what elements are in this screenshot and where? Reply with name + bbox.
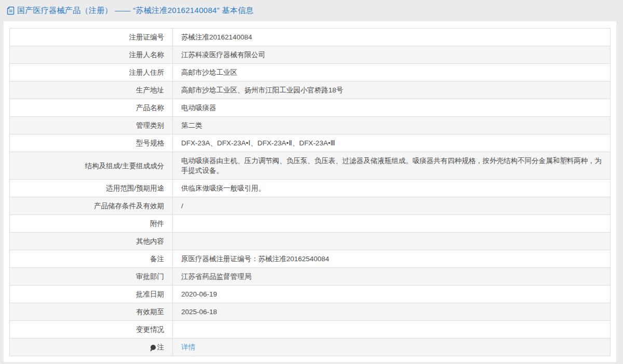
field-value xyxy=(173,215,611,233)
table-row: 其他内容 xyxy=(10,233,611,250)
field-label: 备注 xyxy=(10,250,173,268)
table-row: 备注 原医疗器械注册证编号：苏械注准20162540084 xyxy=(10,250,611,268)
field-label: 产品储存条件及有效期 xyxy=(10,197,173,215)
field-value: DFX-23A、DFX-23A•Ⅰ、DFX-23A•Ⅱ、DFX-23A•Ⅲ xyxy=(173,134,611,152)
field-value xyxy=(173,233,611,250)
table-row: 管理类别 第二类 xyxy=(10,117,611,134)
field-label: 管理类别 xyxy=(10,117,173,134)
field-label: 注册证编号 xyxy=(10,29,173,46)
table-row: 有效期至 2025-06-18 xyxy=(10,303,611,321)
field-value: 2020-06-19 xyxy=(173,286,611,303)
field-label: 审批部门 xyxy=(10,268,173,286)
table-row: 批准日期 2020-06-19 xyxy=(10,286,611,303)
table-row: 注 详情 xyxy=(10,339,611,356)
field-value xyxy=(173,321,611,339)
field-value: 2025-06-18 xyxy=(173,303,611,321)
field-label: 变更情况 xyxy=(10,321,173,339)
field-value: / xyxy=(173,197,611,215)
field-value: 详情 xyxy=(173,339,611,356)
content-panel: 注册证编号 苏械注准20162140084 注册人名称 江苏科凌医疗器械有限公司… xyxy=(4,21,616,362)
field-label: 适用范围/预期用途 xyxy=(10,180,173,197)
table-row: 注册人住所 高邮市沙埝工业区 xyxy=(10,64,611,82)
table-row: 生产地址 高邮市沙埝工业区、扬州市江阳工业园小官桥路18号 xyxy=(10,82,611,99)
table-row: 产品名称 电动吸痰器 xyxy=(10,99,611,117)
field-value: 电动吸痰器由主机、压力调节阀、负压泵、负压表、过滤器及储液瓶组成。吸痰器共有四种… xyxy=(173,152,611,180)
field-label: 注册人名称 xyxy=(10,46,173,64)
document-icon xyxy=(7,6,15,15)
field-label: 有效期至 xyxy=(10,303,173,321)
field-label: 型号规格 xyxy=(10,134,173,152)
field-label: 附件 xyxy=(10,215,173,233)
field-value: 江苏科凌医疗器械有限公司 xyxy=(173,46,611,64)
field-label: 注册人住所 xyxy=(10,64,173,82)
field-value: 第二类 xyxy=(173,117,611,134)
registration-info-table: 注册证编号 苏械注准20162140084 注册人名称 江苏科凌医疗器械有限公司… xyxy=(9,28,611,356)
field-label: 注 xyxy=(10,339,173,356)
table-row: 适用范围/预期用途 供临床做吸痰一般吸引用。 xyxy=(10,180,611,197)
field-label: 生产地址 xyxy=(10,82,173,99)
table-row: 结构及组成/主要组成成分 电动吸痰器由主机、压力调节阀、负压泵、负压表、过滤器及… xyxy=(10,152,611,180)
field-label: 结构及组成/主要组成成分 xyxy=(10,152,173,180)
table-row: 审批部门 江苏省药品监督管理局 xyxy=(10,268,611,286)
page-header: 国产医疗器械产品（注册） —— “苏械注准20162140084” 基本信息 xyxy=(0,0,623,21)
field-value: 电动吸痰器 xyxy=(173,99,611,117)
table-row: 注册人名称 江苏科凌医疗器械有限公司 xyxy=(10,46,611,64)
field-value: 高邮市沙埝工业区、扬州市江阳工业园小官桥路18号 xyxy=(173,82,611,99)
note-icon xyxy=(151,345,156,350)
table-row: 注册证编号 苏械注准20162140084 xyxy=(10,29,611,46)
field-value: 高邮市沙埝工业区 xyxy=(173,64,611,82)
field-label: 其他内容 xyxy=(10,233,173,250)
table-row: 产品储存条件及有效期 / xyxy=(10,197,611,215)
field-label: 产品名称 xyxy=(10,99,173,117)
field-label: 批准日期 xyxy=(10,286,173,303)
table-row: 附件 xyxy=(10,215,611,233)
details-link[interactable]: 详情 xyxy=(181,343,195,351)
field-value: 原医疗器械注册证编号：苏械注准20162540084 xyxy=(173,250,611,268)
table-row: 变更情况 xyxy=(10,321,611,339)
page-title: 国产医疗器械产品（注册） —— “苏械注准20162140084” 基本信息 xyxy=(17,6,254,16)
field-value: 江苏省药品监督管理局 xyxy=(173,268,611,286)
field-value: 苏械注准20162140084 xyxy=(173,29,611,46)
field-value: 供临床做吸痰一般吸引用。 xyxy=(173,180,611,197)
table-row: 型号规格 DFX-23A、DFX-23A•Ⅰ、DFX-23A•Ⅱ、DFX-23A… xyxy=(10,134,611,152)
